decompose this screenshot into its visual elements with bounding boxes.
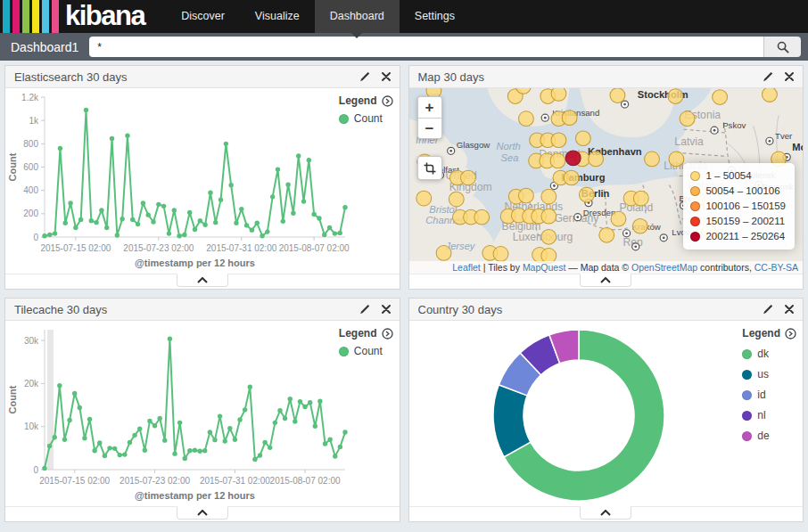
map-zoom-in-button[interactable]: + <box>418 97 441 118</box>
legend-toggle-icon[interactable] <box>382 95 393 107</box>
map-circle[interactable] <box>598 227 614 242</box>
svg-text:2015-07-31 02:00: 2015-07-31 02:00 <box>206 243 276 253</box>
map-circle[interactable] <box>610 88 625 102</box>
map-circle[interactable] <box>611 211 626 226</box>
map-circle[interactable] <box>540 189 556 204</box>
remove-panel-button[interactable] <box>382 305 391 314</box>
legend-swatch <box>742 370 752 380</box>
legend-swatch <box>339 114 349 124</box>
map-legend-swatch <box>690 232 700 241</box>
legend-toggle-icon[interactable] <box>785 328 796 340</box>
attribution-text: | Tiles by <box>481 262 523 273</box>
remove-panel-button[interactable] <box>785 305 794 314</box>
search-button[interactable] <box>763 37 801 57</box>
map-legend-swatch <box>690 186 700 196</box>
remove-panel-button[interactable] <box>785 72 794 81</box>
dashboard-grid: Elasticsearch 30 days 02004006008001k1.2… <box>0 61 808 527</box>
svg-text:200: 200 <box>23 209 38 218</box>
nav-tab-settings[interactable]: Settings <box>400 0 470 33</box>
attribution-link[interactable]: MapQuest <box>523 262 565 273</box>
logo-stripe <box>22 0 29 33</box>
remove-panel-button[interactable] <box>382 72 391 81</box>
attribution-link[interactable]: CC-BY-SA <box>754 262 798 273</box>
map-circle[interactable] <box>551 133 566 148</box>
map-legend-label: 50054 – 100106 <box>705 184 779 199</box>
map-circle[interactable] <box>680 111 695 127</box>
legend-item-dk[interactable]: dk <box>742 348 796 360</box>
data-points[interactable] <box>42 108 347 239</box>
legend-label: Legend <box>339 327 377 340</box>
svg-text:10k: 10k <box>24 422 39 431</box>
map-zoom-control: + − <box>417 96 442 139</box>
map-circle[interactable] <box>633 191 648 206</box>
map-place-label: Sea <box>500 152 518 163</box>
nav-tab-visualize[interactable]: Visualize <box>240 0 315 33</box>
panel-title-tilecache: Tilecache 30 days <box>14 303 348 316</box>
query-input[interactable] <box>89 37 763 57</box>
map-circle[interactable] <box>550 153 565 168</box>
map-circle[interactable] <box>668 151 683 167</box>
map-draw-rectangle-button[interactable] <box>417 156 442 180</box>
legend-item-id[interactable]: id <box>742 389 796 401</box>
edit-panel-button[interactable] <box>359 304 370 315</box>
panel-header-map: Map 30 days <box>409 66 804 88</box>
map-circle[interactable] <box>518 188 533 203</box>
map-legend: 1 – 5005450054 – 100106100106 – 15015915… <box>683 163 795 250</box>
map-circle[interactable] <box>416 191 431 206</box>
legend-swatch <box>339 347 349 356</box>
map-attribution: Leaflet | Tiles by MapQuest — Map data ©… <box>409 261 804 274</box>
collapse-panel-button[interactable] <box>177 506 228 520</box>
map-circle[interactable] <box>551 88 566 101</box>
map-circle[interactable] <box>564 170 579 185</box>
svg-text:@timestamp per 12 hours: @timestamp per 12 hours <box>135 490 255 501</box>
panel-title-map: Map 30 days <box>418 70 752 84</box>
map-circle[interactable] <box>493 247 508 262</box>
map-circle-hot[interactable] <box>565 151 581 166</box>
map-circle[interactable] <box>579 187 594 202</box>
legend-header: Legend <box>339 327 393 340</box>
legend-item-Count[interactable]: Count <box>339 345 393 357</box>
panel-footer <box>5 274 400 289</box>
collapse-panel-button[interactable] <box>580 274 631 287</box>
collapse-panel-button[interactable] <box>177 274 228 287</box>
attribution-link[interactable]: OpenStreetMap <box>631 262 697 273</box>
collapse-panel-button[interactable] <box>580 506 631 520</box>
edit-panel-button[interactable] <box>763 71 773 82</box>
legend-toggle-icon[interactable] <box>382 328 393 340</box>
map-circle[interactable] <box>460 170 475 185</box>
panel-tilecache: Tilecache 30 days 010k20k30k2015-07-15 0… <box>4 298 400 522</box>
legend-item-de[interactable]: de <box>742 430 796 442</box>
map-zoom-out-button[interactable]: − <box>418 118 441 138</box>
svg-text:2015-08-07 02:00: 2015-08-07 02:00 <box>279 243 350 253</box>
attribution-link[interactable]: Leaflet <box>452 262 481 273</box>
map-circle[interactable] <box>540 209 556 224</box>
map-legend-row: 150159 – 200211 <box>690 214 786 229</box>
map-circle[interactable] <box>518 111 533 127</box>
map-place-label: Tver <box>775 131 793 141</box>
map-circle[interactable] <box>436 246 451 261</box>
map-legend-label: 200211 – 250264 <box>705 229 785 244</box>
map-circle[interactable] <box>575 131 590 146</box>
map-circle[interactable] <box>562 110 577 126</box>
edit-panel-button[interactable] <box>359 71 370 82</box>
edit-panel-button[interactable] <box>763 304 773 315</box>
map-circle[interactable] <box>667 89 682 104</box>
map-circle[interactable] <box>588 151 603 167</box>
map-circle[interactable] <box>644 151 659 167</box>
legend-item-label: Count <box>354 112 383 125</box>
legend-item-us[interactable]: us <box>742 368 796 381</box>
kibana-logo[interactable]: kibana <box>0 0 161 33</box>
map-circle[interactable] <box>632 218 647 233</box>
tile-map[interactable]: StockholmKristiansandEstoniaPskovTverInn… <box>409 88 804 274</box>
legend-item-Count[interactable]: Count <box>339 112 393 125</box>
nav-tab-dashboard[interactable]: Dashboard <box>315 0 400 33</box>
nav-tab-discover[interactable]: Discover <box>166 0 240 33</box>
map-circle[interactable] <box>449 192 464 207</box>
map-circle[interactable] <box>762 88 777 102</box>
svg-text:1k: 1k <box>29 116 39 126</box>
map-circle[interactable] <box>540 229 556 244</box>
map-circle[interactable] <box>712 90 727 105</box>
elasticsearch-chart-body: 02004006008001k1.2k2015-07-15 02:002015-… <box>5 88 400 274</box>
map-circle[interactable] <box>474 209 489 225</box>
legend-item-nl[interactable]: nl <box>742 409 796 422</box>
